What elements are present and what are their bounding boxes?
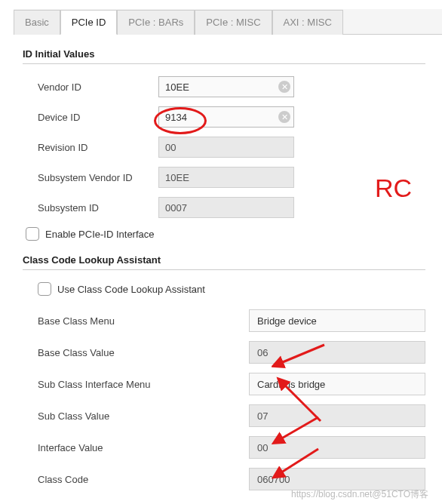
label-subsystem-id: Subsystem ID xyxy=(38,202,158,214)
section-class-code-lookup: Class Code Lookup Assistant xyxy=(23,254,425,270)
checkbox-box-icon xyxy=(38,282,51,296)
label-sub-class-value: Sub Class Value xyxy=(38,410,249,422)
input-subsystem-vendor-id: 10EE xyxy=(158,167,294,188)
label-base-class-value: Base Class Value xyxy=(38,347,249,358)
section-id-initial-values: ID Initial Values xyxy=(23,48,425,64)
tab-axi-misc[interactable]: AXI : MISC xyxy=(272,10,343,35)
checkbox-use-class-lookup[interactable]: Use Class Code Lookup Assistant xyxy=(38,282,425,296)
tab-pcie-misc[interactable]: PCIe : MISC xyxy=(195,10,272,35)
label-class-code: Class Code xyxy=(38,474,249,485)
checkbox-enable-pcieid-label: Enable PCIe-ID Interface xyxy=(45,229,155,240)
checkbox-use-class-lookup-label: Use Class Code Lookup Assistant xyxy=(57,284,205,295)
input-vendor-id[interactable] xyxy=(158,76,294,97)
label-subsystem-vendor-id: Subsystem Vendor ID xyxy=(38,172,158,183)
label-device-id: Device ID xyxy=(38,112,158,123)
checkbox-enable-pcieid[interactable]: Enable PCIe-ID Interface xyxy=(26,227,425,241)
clear-icon[interactable]: ✕ xyxy=(278,111,290,123)
field-base-class-value: 06 xyxy=(249,341,425,364)
label-base-class-menu: Base Class Menu xyxy=(38,315,249,327)
select-sub-class-menu[interactable]: CardBus bridge xyxy=(249,373,425,395)
clear-icon[interactable]: ✕ xyxy=(278,81,290,93)
tab-pcie-id[interactable]: PCIe ID xyxy=(60,10,118,35)
label-vendor-id: Vendor ID xyxy=(38,81,158,93)
tab-basic[interactable]: Basic xyxy=(14,10,60,35)
tab-bar: Basic PCIe ID PCIe : BARs PCIe : MISC AX… xyxy=(14,9,442,35)
input-device-id[interactable] xyxy=(158,106,294,128)
label-interface-value: Interface Value xyxy=(38,442,249,453)
label-sub-class-menu: Sub Class Interface Menu xyxy=(38,379,249,390)
field-class-code: 060700 xyxy=(249,468,425,490)
checkbox-box-icon xyxy=(26,227,39,241)
input-revision-id: 00 xyxy=(158,137,294,158)
field-interface-value: 00 xyxy=(249,436,425,459)
field-sub-class-value: 07 xyxy=(249,404,425,427)
tab-pcie-bars[interactable]: PCIe : BARs xyxy=(117,10,195,35)
input-subsystem-id: 0007 xyxy=(158,197,294,218)
select-base-class-menu[interactable]: Bridge device xyxy=(249,309,425,332)
label-revision-id: Revision ID xyxy=(38,142,158,153)
